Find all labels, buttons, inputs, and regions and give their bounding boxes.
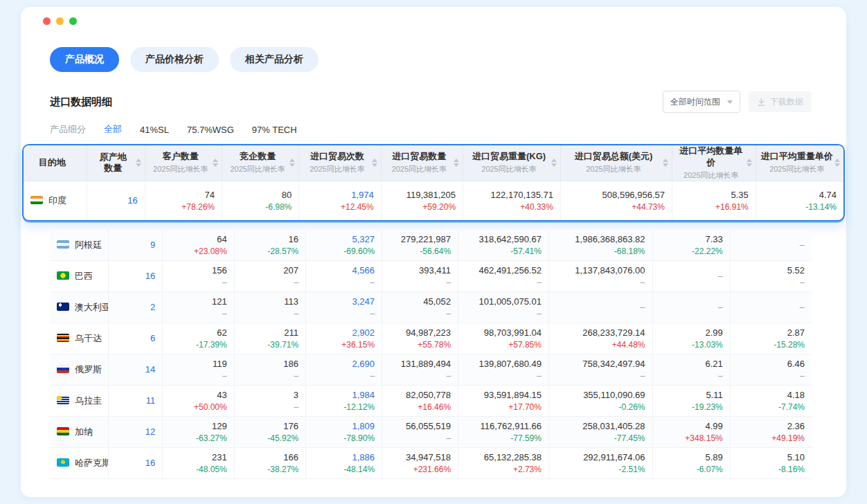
origin-count-cell[interactable]: 11 <box>109 385 163 416</box>
col-header-7[interactable]: 进口贸易总额(美元)2025同比增长率 <box>560 145 672 181</box>
metric-cell[interactable]: 1,974+12.45% <box>299 181 381 220</box>
country-cell: 阿根廷 <box>50 230 109 261</box>
ghana-flag-icon <box>57 427 69 435</box>
tab-product-overview[interactable]: 产品概况 <box>50 47 119 72</box>
col-header-label: 进口贸易总额(美元) <box>565 151 662 163</box>
origin-count-cell[interactable]: 14 <box>109 354 163 385</box>
table-row[interactable]: 加纳12129-63.27%176-45.92%1,809-78.90%56,0… <box>50 416 812 447</box>
sort-icon[interactable] <box>372 159 377 167</box>
yoy-growth: -22.22% <box>660 246 723 256</box>
yoy-growth: -45.92% <box>242 433 298 443</box>
col-header-1[interactable]: 原产地 数量 <box>87 145 145 181</box>
origin-count-cell[interactable]: 6 <box>109 323 163 354</box>
country-cell: 乌拉圭 <box>50 385 109 416</box>
col-header-5[interactable]: 进口贸易数量2025同比增长率 <box>381 145 463 181</box>
sort-icon[interactable] <box>551 159 557 167</box>
maximize-window-icon[interactable] <box>69 17 77 25</box>
metric-value[interactable]: 3,247 <box>313 296 375 307</box>
metric-value[interactable]: 4,566 <box>313 265 375 276</box>
origin-count-cell[interactable]: 16 <box>109 447 163 478</box>
origin-count-value[interactable]: 9 <box>116 240 155 251</box>
yoy-growth: – <box>556 371 645 381</box>
metric-cell[interactable]: 2,902+36.15% <box>306 323 382 354</box>
origin-count-cell[interactable]: 2 <box>109 291 163 323</box>
time-range-select[interactable]: 全部时间范围 <box>663 91 740 113</box>
sort-icon[interactable] <box>747 159 752 167</box>
origin-count-value[interactable]: 12 <box>116 426 155 438</box>
import-data-table-body: 阿根廷964+23.08%16-28.57%5,327-69.60%279,22… <box>50 230 812 479</box>
sort-icon[interactable] <box>834 159 840 167</box>
origin-count-cell[interactable]: 9 <box>109 230 163 261</box>
metric-value[interactable]: 1,974 <box>306 190 373 201</box>
metric-value[interactable]: 2,690 <box>313 359 375 370</box>
metric-value: 1,137,843,076.00 <box>556 265 645 276</box>
tab-price-analysis[interactable]: 产品价格分析 <box>130 47 219 72</box>
download-data-button[interactable]: 下载数据 <box>749 91 812 112</box>
close-window-icon[interactable] <box>43 17 51 25</box>
table-row[interactable]: 阿根廷964+23.08%16-28.57%5,327-69.60%279,22… <box>50 230 812 261</box>
yoy-growth: -48.14% <box>313 465 375 474</box>
yoy-growth: +40.33% <box>470 202 553 212</box>
filter-option-41sl[interactable]: 41%SL <box>140 125 169 135</box>
origin-count-value[interactable]: 6 <box>116 333 155 344</box>
origin-count-value[interactable]: 14 <box>116 364 155 375</box>
table-row[interactable]: 乌干达662-17.39%211-39.71%2,902+36.15%94,98… <box>50 323 812 354</box>
metric-cell[interactable]: 1,984-12.12% <box>306 385 382 416</box>
metric-cell[interactable]: 4,566– <box>306 260 382 291</box>
origin-count-cell[interactable]: 12 <box>109 416 163 447</box>
table-row[interactable]: 巴西16156–207–4,566–393,411–462,491,256.52… <box>50 260 812 291</box>
metric-value: 101,005,075.01 <box>465 296 542 307</box>
sort-icon[interactable] <box>454 159 459 167</box>
sort-icon[interactable] <box>136 159 141 167</box>
yoy-growth: +44.48% <box>556 340 645 350</box>
metric-value[interactable]: 2,902 <box>313 327 375 339</box>
minimize-window-icon[interactable] <box>56 17 64 25</box>
col-header-8[interactable]: 进口平均数量单价2025同比增长率 <box>672 145 756 181</box>
sort-icon[interactable] <box>663 159 668 167</box>
origin-count-cell[interactable]: 16 <box>87 181 145 220</box>
metric-value[interactable]: 1,984 <box>313 390 375 401</box>
sort-icon[interactable] <box>213 159 218 167</box>
origin-count-value[interactable]: 16 <box>94 195 138 206</box>
metric-value: 6.46 <box>738 359 805 370</box>
metric-value: 231 <box>170 452 226 463</box>
metric-cell: 279,221,987-56.64% <box>382 230 458 261</box>
metric-value[interactable]: 1,809 <box>313 421 375 432</box>
filter-option-97tech[interactable]: 97% TECH <box>252 125 297 135</box>
filter-option-all[interactable]: 全部 <box>104 123 122 136</box>
metric-cell[interactable]: 1,809-78.90% <box>306 416 382 447</box>
col-header-2[interactable]: 客户数量2025同比增长率 <box>145 145 222 181</box>
tab-related-products[interactable]: 相关产品分析 <box>230 47 319 72</box>
origin-count-value[interactable]: 2 <box>116 302 155 313</box>
metric-cell[interactable]: 5,327-69.60% <box>306 230 382 261</box>
origin-count-value[interactable]: 11 <box>116 395 155 406</box>
yoy-growth: -57.41% <box>465 246 542 256</box>
country-cell: 哈萨克斯坦 <box>50 447 109 478</box>
metric-cell[interactable]: 3,247– <box>306 291 382 323</box>
origin-count-cell[interactable]: 16 <box>109 260 163 291</box>
col-header-4[interactable]: 进口贸易次数2025同比增长率 <box>299 145 381 181</box>
table-row[interactable]: 哈萨克斯坦16231-48.05%166-38.27%1,886-48.14%3… <box>50 447 812 478</box>
col-header-3[interactable]: 竞企数量2025同比增长率 <box>222 145 299 181</box>
yoy-growth: +16.46% <box>389 402 451 412</box>
col-header-6[interactable]: 进口贸易重量(KG)2025同比增长率 <box>463 145 561 181</box>
metric-cell[interactable]: 2,690– <box>306 354 382 385</box>
metric-cell: 2.36+49.19% <box>730 416 812 447</box>
metric-cell: 139,807,680.49– <box>458 354 549 385</box>
yoy-growth: – <box>242 371 298 381</box>
origin-count-value[interactable]: 16 <box>116 271 155 282</box>
yoy-growth: -6.07% <box>660 465 723 474</box>
filter-option-757wsg[interactable]: 75.7%WSG <box>187 125 234 135</box>
sort-icon[interactable] <box>289 159 295 167</box>
metric-cell: 45,052– <box>382 291 458 323</box>
metric-value[interactable]: 5,327 <box>313 234 375 245</box>
origin-count-value[interactable]: 16 <box>116 458 155 469</box>
col-header-9[interactable]: 进口平均重量单价2025同比增长率 <box>756 145 843 181</box>
table-row[interactable]: 澳大利亚2121–113–3,247–45,052–101,005,075.01… <box>50 291 812 323</box>
table-row[interactable]: 俄罗斯14119–186–2,690–131,889,494–139,807,6… <box>50 354 812 385</box>
metric-value[interactable]: 1,886 <box>313 452 375 463</box>
metric-cell[interactable]: 1,886-48.14% <box>306 447 382 478</box>
metric-value: 122,170,135.71 <box>470 190 553 201</box>
table-row[interactable]: 乌拉圭1143+50.00%3–1,984-12.12%82,050,778+1… <box>50 385 812 416</box>
table-row[interactable]: 印度1674+78.26%80-6.98%1,974+12.45%119,381… <box>24 181 843 220</box>
